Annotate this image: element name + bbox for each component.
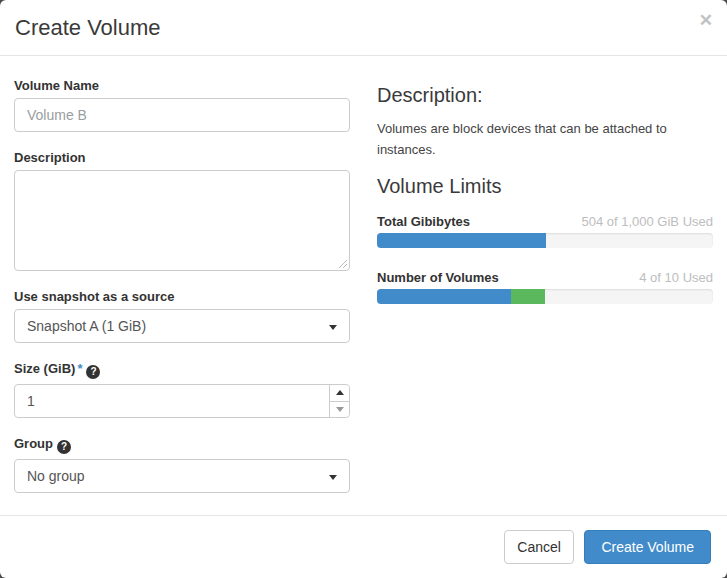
volume-name-input[interactable]: [14, 98, 350, 132]
volume-name-label: Volume Name: [14, 78, 350, 93]
limit-label: Total Gibibytes: [377, 214, 470, 229]
limit-usage: 4 of 10 Used: [639, 270, 713, 285]
description-label: Description: [14, 150, 350, 165]
group-selected: No group: [27, 468, 85, 484]
create-volume-button[interactable]: Create Volume: [584, 530, 711, 564]
limit-label: Number of Volumes: [377, 270, 499, 285]
description-heading: Description:: [377, 84, 713, 107]
arrow-down-icon: [336, 407, 344, 412]
progress-bar-volumes: [377, 289, 713, 304]
limit-usage: 504 of 1,000 GiB Used: [581, 214, 713, 229]
limit-row-gibibytes: Total Gibibytes 504 of 1,000 GiB Used: [377, 214, 713, 248]
volume-limits-heading: Volume Limits: [377, 175, 713, 198]
snapshot-source-select[interactable]: Snapshot A (1 GiB): [14, 309, 350, 343]
modal-title: Create Volume: [15, 15, 711, 41]
group-label-text: Group: [14, 436, 53, 451]
limit-head: Number of Volumes 4 of 10 Used: [377, 270, 713, 285]
modal-header: Create Volume ✕: [0, 0, 727, 56]
size-group: Size (GiB)*?: [14, 361, 350, 418]
chevron-down-icon: [329, 325, 337, 330]
group-label: Group?: [14, 436, 350, 454]
description-textarea[interactable]: [14, 170, 350, 271]
form-column: Volume Name Description Use snapshot as …: [14, 78, 350, 515]
stepper-down-button[interactable]: [330, 401, 349, 418]
group-group: Group? No group: [14, 436, 350, 493]
help-icon[interactable]: ?: [57, 440, 71, 454]
volume-name-group: Volume Name: [14, 78, 350, 132]
progress-bar-gibibytes: [377, 233, 713, 248]
snapshot-source-selected: Snapshot A (1 GiB): [27, 318, 146, 334]
description-group: Description: [14, 150, 350, 271]
size-label-text: Size (GiB): [14, 361, 75, 376]
size-input-wrap: [14, 384, 350, 418]
stepper-up-button[interactable]: [330, 385, 349, 401]
arrow-up-icon: [336, 390, 344, 395]
close-icon[interactable]: ✕: [699, 12, 713, 29]
modal-body: Volume Name Description Use snapshot as …: [0, 56, 727, 515]
required-asterisk: *: [77, 361, 82, 376]
snapshot-source-label: Use snapshot as a source: [14, 289, 350, 304]
cancel-button[interactable]: Cancel: [504, 530, 574, 564]
info-column: Description: Volumes are block devices t…: [377, 78, 713, 515]
limit-head: Total Gibibytes 504 of 1,000 GiB Used: [377, 214, 713, 229]
help-icon[interactable]: ?: [86, 365, 100, 379]
chevron-down-icon: [329, 475, 337, 480]
size-input[interactable]: [15, 385, 349, 417]
description-text: Volumes are block devices that can be at…: [377, 119, 713, 161]
snapshot-source-group: Use snapshot as a source Snapshot A (1 G…: [14, 289, 350, 343]
group-select[interactable]: No group: [14, 459, 350, 493]
limit-row-volumes: Number of Volumes 4 of 10 Used: [377, 270, 713, 304]
modal-footer: Cancel Create Volume: [0, 515, 727, 578]
quantity-stepper: [329, 385, 349, 417]
resize-grip-icon[interactable]: [337, 258, 347, 268]
size-label: Size (GiB)*?: [14, 361, 350, 379]
create-volume-modal: Create Volume ✕ Volume Name Description …: [0, 0, 727, 578]
